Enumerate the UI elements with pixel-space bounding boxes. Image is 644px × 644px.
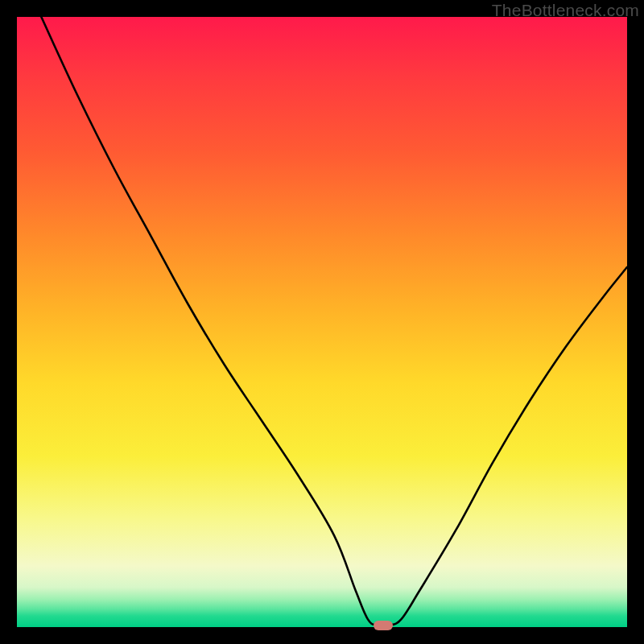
plot-area xyxy=(17,17,627,627)
optimal-marker xyxy=(374,621,393,630)
watermark-text: TheBottleneck.com xyxy=(492,1,639,20)
heat-gradient-background xyxy=(17,17,627,627)
